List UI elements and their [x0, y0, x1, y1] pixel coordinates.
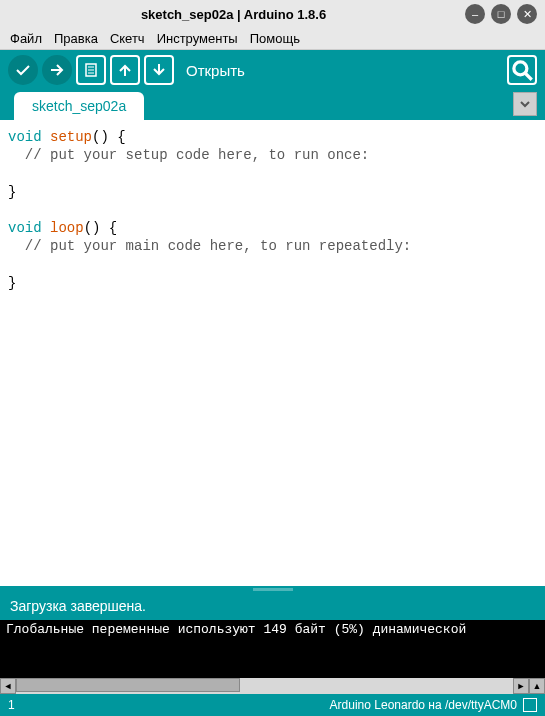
close-button[interactable]: ✕	[517, 4, 537, 24]
arrow-up-icon	[117, 62, 133, 78]
console-output[interactable]: Глобальные переменные используют 149 бай…	[0, 620, 545, 678]
code-text: () {	[92, 129, 126, 145]
open-button[interactable]	[110, 55, 140, 85]
scroll-thumb[interactable]	[16, 678, 240, 692]
code-keyword: void	[8, 129, 42, 145]
code-function: loop	[42, 220, 84, 236]
code-text: () {	[84, 220, 118, 236]
console-line: Глобальные переменные используют 149 бай…	[6, 622, 539, 637]
magnifier-icon	[509, 57, 535, 83]
toolbar-label: Открыть	[186, 62, 245, 79]
new-button[interactable]	[76, 55, 106, 85]
menu-file[interactable]: Файл	[4, 29, 48, 48]
footer: 1 Arduino Leonardo на /dev/ttyACM0	[0, 694, 545, 716]
code-text: }	[8, 275, 16, 291]
svg-line-5	[525, 73, 532, 80]
menu-help[interactable]: Помощь	[244, 29, 306, 48]
scroll-right-button[interactable]: ►	[513, 678, 529, 694]
check-icon	[15, 62, 31, 78]
scroll-left-button[interactable]: ◄	[0, 678, 16, 694]
titlebar: sketch_sep02a | Arduino 1.8.6 – □ ✕	[0, 0, 545, 28]
menu-tools[interactable]: Инструменты	[151, 29, 244, 48]
drag-handle-icon	[253, 588, 293, 591]
code-text: }	[8, 184, 16, 200]
save-button[interactable]	[144, 55, 174, 85]
arrow-right-icon	[49, 62, 65, 78]
arrow-down-icon	[151, 62, 167, 78]
horizontal-scrollbar: ◄ ► ▲	[0, 678, 545, 694]
new-file-icon	[83, 62, 99, 78]
scroll-track[interactable]	[16, 678, 513, 694]
code-editor[interactable]: void setup() { // put your setup code he…	[0, 120, 545, 586]
chevron-down-icon	[519, 98, 531, 110]
board-info: Arduino Leonardo на /dev/ttyACM0	[330, 698, 517, 712]
code-comment: // put your setup code here, to run once…	[8, 147, 369, 163]
toolbar: Открыть	[0, 50, 545, 90]
status-text: Загрузка завершена.	[10, 598, 146, 614]
code-keyword: void	[8, 220, 42, 236]
footer-button[interactable]	[523, 698, 537, 712]
minimize-button[interactable]: –	[465, 4, 485, 24]
tab-sketch[interactable]: sketch_sep02a	[14, 92, 144, 120]
code-function: setup	[42, 129, 92, 145]
code-comment: // put your main code here, to run repea…	[8, 238, 411, 254]
status-bar: Загрузка завершена.	[0, 592, 545, 620]
scroll-up-button[interactable]: ▲	[529, 678, 545, 694]
svg-point-4	[514, 62, 527, 75]
tab-menu-button[interactable]	[513, 92, 537, 116]
tabbar: sketch_sep02a	[0, 90, 545, 120]
serial-monitor-button[interactable]	[507, 55, 537, 85]
line-number: 1	[8, 698, 330, 712]
upload-button[interactable]	[42, 55, 72, 85]
menu-sketch[interactable]: Скетч	[104, 29, 151, 48]
window-title: sketch_sep02a | Arduino 1.8.6	[8, 7, 459, 22]
verify-button[interactable]	[8, 55, 38, 85]
menu-edit[interactable]: Правка	[48, 29, 104, 48]
menubar: Файл Правка Скетч Инструменты Помощь	[0, 28, 545, 50]
maximize-button[interactable]: □	[491, 4, 511, 24]
